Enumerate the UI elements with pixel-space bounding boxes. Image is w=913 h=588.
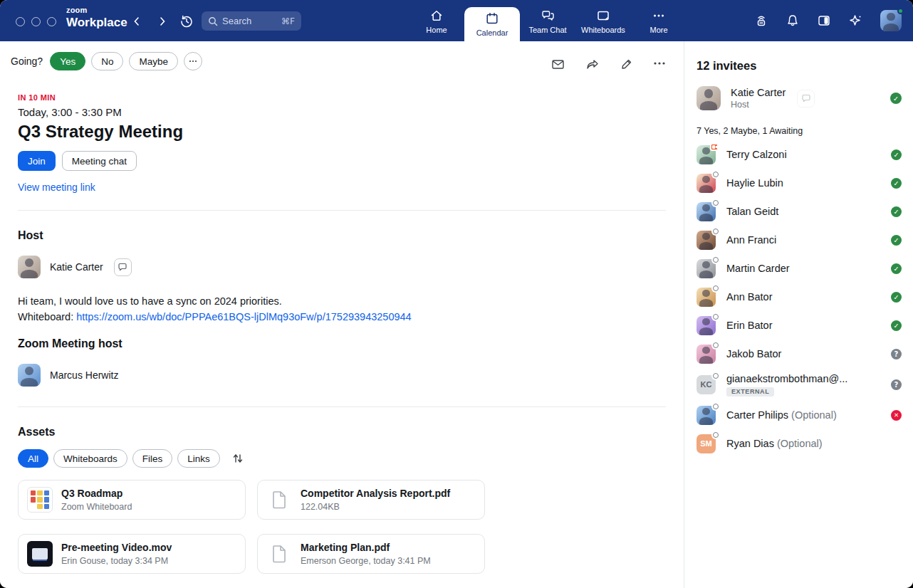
asset-card-whiteboard[interactable]: Q3 RoadmapZoom Whiteboard <box>18 480 246 520</box>
optional-label: (Optional) <box>791 409 837 421</box>
invitee-name: gianaekstrombothman@... <box>726 373 847 384</box>
connect-device-button[interactable] <box>753 13 769 28</box>
tab-label: More <box>649 26 667 34</box>
avatar <box>697 145 716 164</box>
tab-more[interactable]: More <box>631 0 687 41</box>
filter-whiteboards-button[interactable]: Whiteboards <box>53 449 127 468</box>
chat-with-host-button[interactable] <box>114 258 132 276</box>
chat-with-invitee-button[interactable] <box>797 90 815 107</box>
tab-calendar[interactable]: Calendar <box>464 7 520 41</box>
avatar <box>697 174 716 193</box>
asset-card-pdf[interactable]: Marketing Plan.pdfEmerson George, today … <box>257 534 485 574</box>
tab-whiteboards[interactable]: Whiteboards <box>575 0 631 41</box>
invitee-name: Katie Carter <box>731 87 786 98</box>
avatar <box>697 231 716 250</box>
sort-arrows-icon <box>231 452 244 465</box>
invitee-row[interactable]: Jakob Bator <box>697 340 902 368</box>
join-button[interactable]: Join <box>18 151 56 171</box>
asset-card-pdf[interactable]: Competitor Analysis Report.pdf122.04KB <box>257 480 485 520</box>
whiteboard-thumbnail <box>27 487 53 513</box>
invitee-host-row[interactable]: Katie Carter Host <box>697 86 902 110</box>
meeting-title: Q3 Strategy Meeting <box>18 122 666 142</box>
meeting-chat-button[interactable]: Meeting chat <box>62 151 137 171</box>
invitees-heading: 12 invitees <box>697 59 902 73</box>
meeting-buttons: Join Meeting chat <box>18 151 666 171</box>
file-icon <box>266 541 292 567</box>
profile-avatar[interactable] <box>880 10 902 31</box>
asset-subtitle: 122.04KB <box>301 502 340 512</box>
edit-button[interactable] <box>620 57 634 72</box>
whiteboard-link[interactable]: https://zoom.us/wb/doc/PPPAe61BQS-ljDlMq… <box>76 311 411 322</box>
panel-toggle-button[interactable] <box>816 13 832 28</box>
logo-workplace-text: Workplace <box>66 16 127 28</box>
assets-filter-row: All Whiteboards Files Links <box>18 449 666 468</box>
invitee-name: Jakob Bator <box>726 348 781 359</box>
invitee-row[interactable]: KC gianaekstrombothman@... EXTERNAL <box>697 368 902 401</box>
share-arrow-icon <box>585 57 600 72</box>
zoom-host-avatar <box>18 364 41 387</box>
whiteboards-icon <box>596 9 610 23</box>
invitee-row[interactable]: Ann Bator <box>697 283 902 311</box>
invitee-row[interactable]: Carter Philips (Optional) <box>697 401 902 429</box>
history-button[interactable] <box>178 13 195 30</box>
asset-title: Marketing Plan.pdf <box>301 542 390 553</box>
avatar <box>697 406 716 425</box>
side-panel-icon <box>816 13 832 28</box>
status-accepted-icon <box>891 263 902 274</box>
offline-status-dot <box>713 432 719 438</box>
search-input[interactable]: Search ⌘F <box>202 11 301 31</box>
sort-button[interactable] <box>231 452 244 465</box>
rsvp-no-button[interactable]: No <box>91 52 123 70</box>
asset-subtitle: Emerson George, today 3:41 PM <box>301 556 431 566</box>
meeting-actions <box>551 57 666 72</box>
avatar: KC <box>697 375 716 394</box>
invitee-name: Martin Carder <box>726 263 790 274</box>
more-dots-icon <box>653 57 666 70</box>
forward-share-button[interactable] <box>585 57 600 72</box>
more-options-button[interactable] <box>653 57 666 72</box>
email-button[interactable] <box>551 57 565 72</box>
invitee-row[interactable]: Talan Geidt <box>697 197 902 226</box>
filter-all-button[interactable]: All <box>18 449 48 468</box>
tab-label: Home <box>426 26 447 34</box>
calendar-icon <box>485 11 499 26</box>
asset-card-video[interactable]: Pre-meeting Video.movErin Gouse, today 3… <box>18 534 246 574</box>
rsvp-more-button[interactable] <box>184 52 202 70</box>
view-meeting-link[interactable]: View meeting link <box>18 182 95 193</box>
forward-button[interactable] <box>154 13 171 30</box>
avatar <box>697 86 721 110</box>
filter-files-button[interactable]: Files <box>132 449 173 468</box>
rsvp-yes-button[interactable]: Yes <box>50 52 85 70</box>
window-controls[interactable] <box>16 17 56 26</box>
invitee-row[interactable]: Terry Calzoni <box>697 140 902 169</box>
status-accepted-icon <box>891 292 902 303</box>
whiteboard-label: Whiteboard: <box>18 311 76 322</box>
invitee-row[interactable]: Martin Carder <box>697 254 902 283</box>
main-navigation: Home Calendar Team Chat Whiteboards More <box>409 0 687 41</box>
zoom-meeting-host-heading: Zoom Meeting host <box>18 337 666 350</box>
window-close-button[interactable] <box>16 17 25 26</box>
invitee-row[interactable]: SM Ryan Dias (Optional) <box>697 429 902 458</box>
ai-companion-button[interactable] <box>847 12 865 29</box>
window-minimize-button[interactable] <box>31 17 41 26</box>
invitee-role: Host <box>731 100 749 110</box>
status-accepted-icon <box>890 93 902 104</box>
notifications-button[interactable] <box>785 13 800 28</box>
zoom-host-name: Marcus Herwitz <box>50 369 118 381</box>
offline-status-dot <box>713 172 719 177</box>
invitee-row[interactable]: Ann Franci <box>697 226 902 254</box>
avatar <box>697 288 716 307</box>
home-icon <box>429 9 444 23</box>
host-avatar <box>18 256 41 278</box>
divider <box>18 210 666 211</box>
invitee-row[interactable]: Haylie Lubin <box>697 169 902 197</box>
invitee-row[interactable]: Erin Bator <box>697 311 902 340</box>
ai-sparkle-icon <box>847 12 865 29</box>
filter-links-button[interactable]: Links <box>177 449 220 468</box>
offline-status-dot <box>713 342 719 348</box>
window-zoom-button[interactable] <box>47 17 56 26</box>
rsvp-maybe-button[interactable]: Maybe <box>129 52 178 70</box>
back-button[interactable] <box>128 13 145 30</box>
tab-home[interactable]: Home <box>409 0 464 41</box>
tab-team-chat[interactable]: Team Chat <box>520 0 575 41</box>
